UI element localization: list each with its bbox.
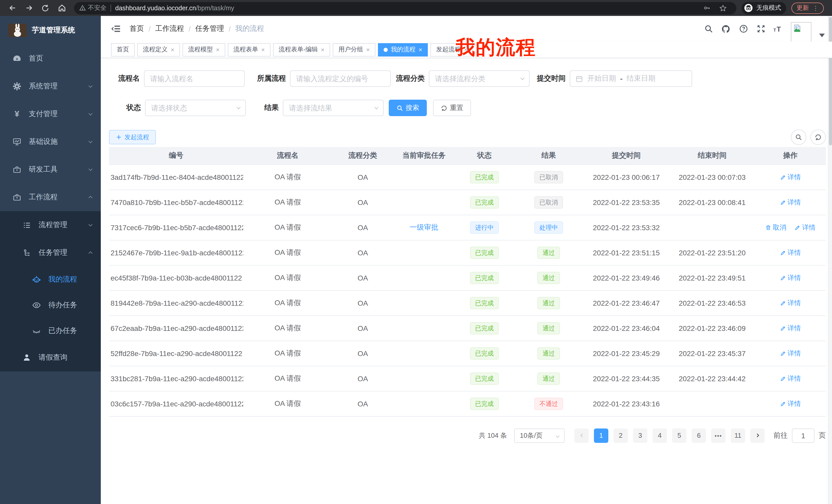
tab-user-group[interactable]: 用户分组×: [333, 43, 375, 56]
page-size-select[interactable]: 10条/页: [514, 428, 565, 443]
search-icon[interactable]: [703, 24, 713, 34]
sidebar-item-done-tasks[interactable]: 已办任务: [0, 318, 101, 344]
more-pages-button[interactable]: •••: [711, 428, 726, 443]
sidebar-item-system[interactable]: 系统管理: [0, 73, 101, 100]
reset-button[interactable]: 重置: [433, 100, 471, 116]
edit-icon: [780, 199, 786, 205]
close-icon[interactable]: ×: [216, 47, 219, 53]
sidebar-item-leave-query[interactable]: 请假查询: [0, 344, 101, 371]
tab-home[interactable]: 首页: [111, 43, 135, 56]
status-badge: 已完成: [470, 171, 499, 183]
font-size-icon[interactable]: TT: [773, 24, 783, 34]
tab-process-form[interactable]: 流程表单×: [228, 43, 270, 56]
category-select[interactable]: [429, 71, 530, 87]
close-icon[interactable]: ×: [261, 47, 265, 53]
current-task-link[interactable]: 一级审批: [410, 223, 438, 232]
tab-process-model[interactable]: 流程模型×: [183, 43, 225, 56]
chevron-down-icon: [87, 166, 94, 173]
update-label: 更新: [797, 4, 809, 12]
search-button[interactable]: 搜索: [389, 100, 427, 116]
table-row: 52ffd28e-7b9a-11ec-a290-acde48001122 OA …: [109, 341, 826, 366]
prev-page-button[interactable]: [574, 428, 589, 443]
sidebar-item-todo-tasks[interactable]: 待办任务: [0, 292, 101, 318]
page-button-4[interactable]: 4: [653, 428, 667, 443]
caret-down-icon[interactable]: [819, 33, 825, 37]
sidebar-item-my-process[interactable]: 我的流程: [0, 267, 101, 292]
cancel-link[interactable]: 取消: [765, 223, 786, 232]
reload-icon[interactable]: [40, 2, 51, 13]
toggle-search-button[interactable]: [791, 130, 806, 145]
incognito-label: 无痕模式: [756, 4, 781, 12]
address-bar[interactable]: 不安全 dashboard.yudao.iocoder.cn/bpm/task/…: [74, 2, 736, 14]
process-definition-input[interactable]: [290, 71, 391, 87]
page-button-1[interactable]: 1: [594, 428, 608, 443]
page-button-6[interactable]: 6: [692, 428, 706, 443]
password-key-icon[interactable]: [701, 2, 712, 13]
close-icon[interactable]: ×: [321, 47, 324, 53]
sidebar-item-devtools[interactable]: 研发工具: [0, 156, 101, 184]
plus-icon: [116, 134, 122, 140]
close-icon[interactable]: ×: [171, 47, 174, 53]
sidebar-item-pay[interactable]: ¥ 支付管理: [0, 100, 101, 128]
sidebar-item-home[interactable]: 首页: [0, 45, 101, 73]
not-secure-warning[interactable]: 不安全: [79, 4, 106, 12]
detail-link[interactable]: 详情: [780, 298, 801, 307]
breadcrumb-task-mgmt[interactable]: 任务管理: [196, 24, 224, 33]
detail-link[interactable]: 详情: [780, 273, 801, 282]
detail-link[interactable]: 详情: [795, 223, 815, 232]
tab-process-form-edit[interactable]: 流程表单-编辑×: [273, 43, 330, 56]
chrome-update-button[interactable]: 更新 ⋮: [791, 2, 824, 13]
start-process-button[interactable]: 发起流程: [109, 130, 156, 144]
app-title: 芋道管理系统: [32, 26, 75, 35]
breadcrumb-home[interactable]: 首页: [130, 24, 144, 33]
date-range-picker[interactable]: 开始日期 - 结束日期: [570, 71, 692, 87]
page-button-11[interactable]: 11: [731, 428, 745, 443]
sidebar-item-workflow[interactable]: 工作流程: [0, 184, 101, 211]
edit-icon: [780, 249, 786, 256]
eye-icon: [32, 301, 41, 310]
window-scrollbar[interactable]: [828, 16, 832, 504]
back-icon[interactable]: [7, 2, 18, 13]
user-icon: [22, 353, 31, 362]
scrollbar-thumb[interactable]: [829, 17, 832, 145]
refresh-table-button[interactable]: [810, 130, 826, 145]
sidebar-item-task-mgmt[interactable]: 任务管理: [0, 239, 101, 267]
detail-link[interactable]: 详情: [780, 248, 801, 257]
page-button-3[interactable]: 3: [633, 428, 647, 443]
next-page-button[interactable]: [750, 428, 765, 443]
sidebar-fold-icon[interactable]: [111, 24, 121, 34]
table-row: 67c2eaab-7b9a-11ec-a290-acde48001122 OA …: [109, 315, 826, 341]
detail-link[interactable]: 详情: [780, 399, 801, 408]
tab-my-process[interactable]: 我的流程×: [378, 43, 428, 56]
app-logo[interactable]: 芋道管理系统: [0, 16, 101, 45]
detail-link[interactable]: 详情: [780, 324, 801, 333]
home-icon[interactable]: [56, 2, 67, 13]
avatar[interactable]: [791, 22, 811, 43]
fullscreen-icon[interactable]: [756, 24, 766, 34]
detail-link[interactable]: 详情: [780, 374, 801, 383]
incognito-badge: 无痕模式: [742, 2, 786, 14]
status-badge: 已完成: [470, 397, 499, 410]
detail-link[interactable]: 详情: [780, 348, 801, 358]
toolbox-icon: [12, 193, 22, 202]
status-select[interactable]: [145, 100, 246, 116]
github-icon[interactable]: [721, 24, 731, 34]
toolbox-icon: [12, 165, 22, 174]
bookmark-star-icon[interactable]: [717, 2, 729, 13]
breadcrumb-workflow[interactable]: 工作流程: [155, 24, 184, 33]
forward-icon[interactable]: [23, 2, 34, 13]
goto-page-input[interactable]: [792, 428, 814, 443]
help-icon[interactable]: [738, 24, 748, 34]
tab-process-definition[interactable]: 流程定义×: [137, 43, 180, 56]
process-name-input[interactable]: [144, 71, 245, 87]
detail-link[interactable]: 详情: [780, 172, 801, 181]
detail-link[interactable]: 详情: [780, 198, 801, 207]
result-select[interactable]: [283, 100, 384, 116]
page-button-2[interactable]: 2: [614, 428, 628, 443]
sidebar-item-infra[interactable]: 基础设施: [0, 128, 101, 156]
sidebar-item-process-mgmt[interactable]: 流程管理: [0, 211, 101, 239]
page-button-5[interactable]: 5: [672, 428, 686, 443]
close-icon[interactable]: ×: [419, 47, 422, 53]
browser-menu-icon[interactable]: ⋮: [812, 4, 818, 11]
close-icon[interactable]: ×: [366, 47, 370, 53]
